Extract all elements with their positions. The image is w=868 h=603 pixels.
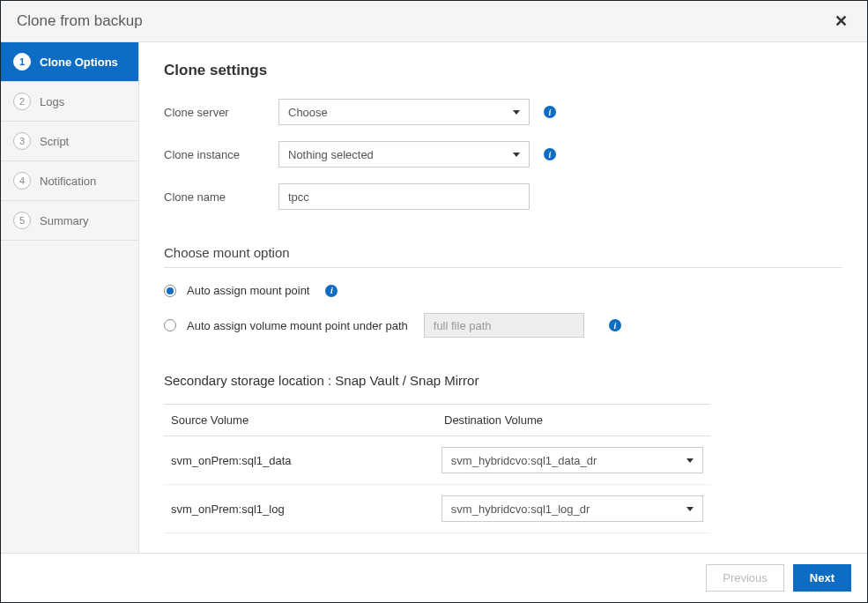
modal-header: Clone from backup ✕ [1,1,867,42]
destination-volume-header: Destination Volume [444,413,703,427]
table-row: svm_onPrem:sql1_data svm_hybridcvo:sql1_… [164,436,710,485]
modal-footer: Previous Next [1,553,867,602]
auto-assign-mount-radio[interactable] [164,285,176,297]
step-logs[interactable]: 2 Logs [1,82,138,122]
clone-name-label: Clone name [164,190,278,204]
info-icon[interactable]: i [609,319,621,331]
info-icon[interactable]: i [325,285,338,297]
source-volume-cell: svm_onPrem:sql1_log [171,502,441,516]
step-clone-options[interactable]: 1 Clone Options [1,42,138,82]
mount-option-title: Choose mount option [164,245,842,268]
auto-assign-path-label: Auto assign volume mount point under pat… [187,319,408,332]
step-number: 5 [13,212,31,229]
clone-instance-label: Clone instance [164,148,278,161]
step-label: Script [40,135,69,148]
clone-server-label: Clone server [164,106,278,119]
step-number: 3 [13,132,31,150]
caret-down-icon [686,458,694,463]
clone-name-input[interactable]: tpcc [278,183,530,210]
caret-down-icon [686,507,694,511]
clone-server-select[interactable]: Choose [278,99,530,125]
source-volume-cell: svm_onPrem:sql1_data [171,454,441,467]
storage-location-title: Secondary storage location : Snap Vault … [164,373,842,388]
mount-path-placeholder: full file path [434,319,492,332]
destination-volume-select[interactable]: svm_hybridcvo:sql1_log_dr [441,495,703,522]
next-button[interactable]: Next [793,564,851,592]
step-label: Summary [40,214,89,227]
step-notification[interactable]: 4 Notification [1,161,138,201]
step-label: Clone Options [40,56,118,69]
destination-volume-select[interactable]: svm_hybridcvo:sql1_data_dr [441,447,703,473]
destination-volume-value: svm_hybridcvo:sql1_data_dr [451,454,597,467]
modal-title: Clone from backup [17,12,143,30]
caret-down-icon [513,110,520,115]
step-label: Logs [40,95,64,108]
clone-server-value: Choose [288,106,328,119]
storage-table: Source Volume Destination Volume svm_onP… [164,404,710,533]
step-script[interactable]: 3 Script [1,122,138,161]
caret-down-icon [513,153,520,157]
clone-from-backup-modal: Clone from backup ✕ 1 Clone Options 2 Lo… [0,0,868,603]
destination-volume-value: svm_hybridcvo:sql1_log_dr [451,502,590,516]
auto-assign-mount-label: Auto assign mount point [187,284,309,297]
clone-name-value: tpcc [288,190,309,204]
wizard-sidebar: 1 Clone Options 2 Logs 3 Script 4 Notifi… [1,42,139,553]
step-number: 1 [13,53,31,71]
step-number: 2 [13,93,31,110]
clone-settings-title: Clone settings [164,62,842,79]
step-summary[interactable]: 5 Summary [1,201,138,241]
auto-assign-path-radio[interactable] [164,319,176,331]
mount-path-input[interactable]: full file path [424,313,584,338]
info-icon[interactable]: i [544,148,556,160]
close-icon[interactable]: ✕ [831,11,851,31]
table-row: svm_onPrem:sql1_log svm_hybridcvo:sql1_l… [164,485,710,533]
previous-button: Previous [706,564,784,592]
source-volume-header: Source Volume [171,413,444,427]
clone-instance-select[interactable]: Nothing selected [278,141,530,168]
info-icon[interactable]: i [544,106,556,118]
main-content: Clone settings Clone server Choose i Clo… [139,42,867,553]
table-header: Source Volume Destination Volume [164,404,710,436]
step-label: Notification [40,175,96,188]
clone-instance-value: Nothing selected [288,148,374,161]
step-number: 4 [13,172,31,190]
